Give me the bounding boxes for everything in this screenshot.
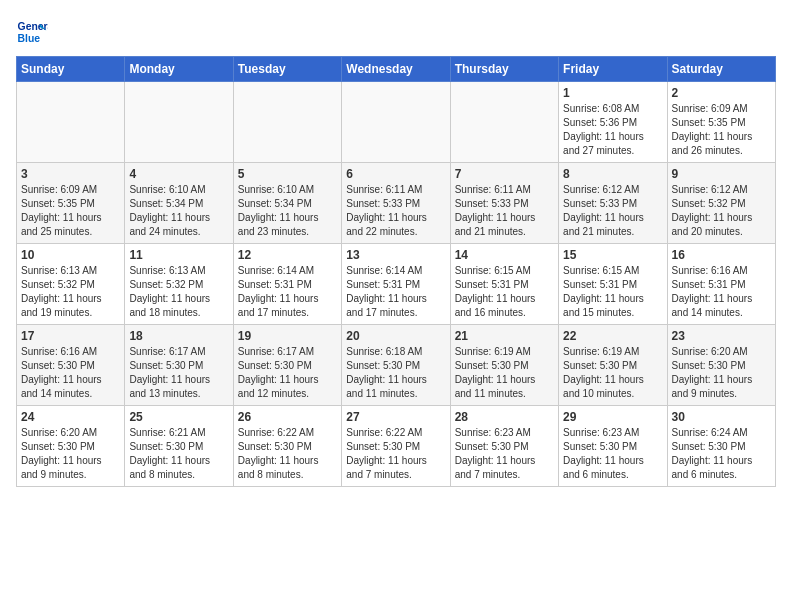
day-info: Sunrise: 6:14 AM Sunset: 5:31 PM Dayligh…	[238, 264, 337, 320]
weekday-header-wednesday: Wednesday	[342, 57, 450, 82]
day-cell: 6Sunrise: 6:11 AM Sunset: 5:33 PM Daylig…	[342, 163, 450, 244]
day-number: 30	[672, 410, 771, 424]
day-info: Sunrise: 6:14 AM Sunset: 5:31 PM Dayligh…	[346, 264, 445, 320]
day-cell	[342, 82, 450, 163]
day-cell: 28Sunrise: 6:23 AM Sunset: 5:30 PM Dayli…	[450, 406, 558, 487]
header: General Blue	[16, 16, 776, 48]
day-cell: 24Sunrise: 6:20 AM Sunset: 5:30 PM Dayli…	[17, 406, 125, 487]
day-number: 12	[238, 248, 337, 262]
day-cell: 13Sunrise: 6:14 AM Sunset: 5:31 PM Dayli…	[342, 244, 450, 325]
day-info: Sunrise: 6:13 AM Sunset: 5:32 PM Dayligh…	[129, 264, 228, 320]
day-cell: 3Sunrise: 6:09 AM Sunset: 5:35 PM Daylig…	[17, 163, 125, 244]
day-info: Sunrise: 6:24 AM Sunset: 5:30 PM Dayligh…	[672, 426, 771, 482]
day-number: 7	[455, 167, 554, 181]
day-info: Sunrise: 6:18 AM Sunset: 5:30 PM Dayligh…	[346, 345, 445, 401]
calendar-table: SundayMondayTuesdayWednesdayThursdayFrid…	[16, 56, 776, 487]
day-cell: 15Sunrise: 6:15 AM Sunset: 5:31 PM Dayli…	[559, 244, 667, 325]
weekday-header-sunday: Sunday	[17, 57, 125, 82]
day-cell: 2Sunrise: 6:09 AM Sunset: 5:35 PM Daylig…	[667, 82, 775, 163]
day-number: 26	[238, 410, 337, 424]
day-cell: 12Sunrise: 6:14 AM Sunset: 5:31 PM Dayli…	[233, 244, 341, 325]
day-cell: 26Sunrise: 6:22 AM Sunset: 5:30 PM Dayli…	[233, 406, 341, 487]
day-info: Sunrise: 6:11 AM Sunset: 5:33 PM Dayligh…	[346, 183, 445, 239]
weekday-header-saturday: Saturday	[667, 57, 775, 82]
day-cell: 19Sunrise: 6:17 AM Sunset: 5:30 PM Dayli…	[233, 325, 341, 406]
day-info: Sunrise: 6:08 AM Sunset: 5:36 PM Dayligh…	[563, 102, 662, 158]
day-number: 19	[238, 329, 337, 343]
day-number: 29	[563, 410, 662, 424]
day-info: Sunrise: 6:17 AM Sunset: 5:30 PM Dayligh…	[238, 345, 337, 401]
day-number: 18	[129, 329, 228, 343]
day-info: Sunrise: 6:19 AM Sunset: 5:30 PM Dayligh…	[455, 345, 554, 401]
day-number: 20	[346, 329, 445, 343]
day-cell: 18Sunrise: 6:17 AM Sunset: 5:30 PM Dayli…	[125, 325, 233, 406]
day-cell	[17, 82, 125, 163]
day-cell: 22Sunrise: 6:19 AM Sunset: 5:30 PM Dayli…	[559, 325, 667, 406]
week-row-2: 3Sunrise: 6:09 AM Sunset: 5:35 PM Daylig…	[17, 163, 776, 244]
day-number: 4	[129, 167, 228, 181]
day-cell: 8Sunrise: 6:12 AM Sunset: 5:33 PM Daylig…	[559, 163, 667, 244]
day-cell: 10Sunrise: 6:13 AM Sunset: 5:32 PM Dayli…	[17, 244, 125, 325]
day-number: 25	[129, 410, 228, 424]
day-cell: 5Sunrise: 6:10 AM Sunset: 5:34 PM Daylig…	[233, 163, 341, 244]
day-number: 1	[563, 86, 662, 100]
day-info: Sunrise: 6:21 AM Sunset: 5:30 PM Dayligh…	[129, 426, 228, 482]
day-cell: 21Sunrise: 6:19 AM Sunset: 5:30 PM Dayli…	[450, 325, 558, 406]
logo-icon: General Blue	[16, 16, 48, 48]
day-info: Sunrise: 6:10 AM Sunset: 5:34 PM Dayligh…	[129, 183, 228, 239]
day-number: 22	[563, 329, 662, 343]
day-cell: 11Sunrise: 6:13 AM Sunset: 5:32 PM Dayli…	[125, 244, 233, 325]
day-info: Sunrise: 6:23 AM Sunset: 5:30 PM Dayligh…	[455, 426, 554, 482]
day-info: Sunrise: 6:19 AM Sunset: 5:30 PM Dayligh…	[563, 345, 662, 401]
day-cell: 16Sunrise: 6:16 AM Sunset: 5:31 PM Dayli…	[667, 244, 775, 325]
day-info: Sunrise: 6:22 AM Sunset: 5:30 PM Dayligh…	[238, 426, 337, 482]
weekday-header-row: SundayMondayTuesdayWednesdayThursdayFrid…	[17, 57, 776, 82]
day-cell	[450, 82, 558, 163]
week-row-1: 1Sunrise: 6:08 AM Sunset: 5:36 PM Daylig…	[17, 82, 776, 163]
week-row-5: 24Sunrise: 6:20 AM Sunset: 5:30 PM Dayli…	[17, 406, 776, 487]
day-cell: 9Sunrise: 6:12 AM Sunset: 5:32 PM Daylig…	[667, 163, 775, 244]
day-info: Sunrise: 6:15 AM Sunset: 5:31 PM Dayligh…	[563, 264, 662, 320]
day-info: Sunrise: 6:12 AM Sunset: 5:32 PM Dayligh…	[672, 183, 771, 239]
day-cell: 23Sunrise: 6:20 AM Sunset: 5:30 PM Dayli…	[667, 325, 775, 406]
day-info: Sunrise: 6:16 AM Sunset: 5:30 PM Dayligh…	[21, 345, 120, 401]
day-cell: 27Sunrise: 6:22 AM Sunset: 5:30 PM Dayli…	[342, 406, 450, 487]
day-info: Sunrise: 6:15 AM Sunset: 5:31 PM Dayligh…	[455, 264, 554, 320]
weekday-header-monday: Monday	[125, 57, 233, 82]
day-cell: 4Sunrise: 6:10 AM Sunset: 5:34 PM Daylig…	[125, 163, 233, 244]
day-number: 14	[455, 248, 554, 262]
day-number: 23	[672, 329, 771, 343]
day-number: 8	[563, 167, 662, 181]
day-number: 2	[672, 86, 771, 100]
day-cell: 20Sunrise: 6:18 AM Sunset: 5:30 PM Dayli…	[342, 325, 450, 406]
day-number: 10	[21, 248, 120, 262]
day-info: Sunrise: 6:22 AM Sunset: 5:30 PM Dayligh…	[346, 426, 445, 482]
day-cell: 14Sunrise: 6:15 AM Sunset: 5:31 PM Dayli…	[450, 244, 558, 325]
day-cell	[233, 82, 341, 163]
day-info: Sunrise: 6:20 AM Sunset: 5:30 PM Dayligh…	[21, 426, 120, 482]
week-row-4: 17Sunrise: 6:16 AM Sunset: 5:30 PM Dayli…	[17, 325, 776, 406]
day-info: Sunrise: 6:20 AM Sunset: 5:30 PM Dayligh…	[672, 345, 771, 401]
day-info: Sunrise: 6:11 AM Sunset: 5:33 PM Dayligh…	[455, 183, 554, 239]
day-info: Sunrise: 6:10 AM Sunset: 5:34 PM Dayligh…	[238, 183, 337, 239]
day-cell: 30Sunrise: 6:24 AM Sunset: 5:30 PM Dayli…	[667, 406, 775, 487]
day-number: 13	[346, 248, 445, 262]
day-number: 9	[672, 167, 771, 181]
day-info: Sunrise: 6:13 AM Sunset: 5:32 PM Dayligh…	[21, 264, 120, 320]
weekday-header-tuesday: Tuesday	[233, 57, 341, 82]
day-number: 16	[672, 248, 771, 262]
day-number: 6	[346, 167, 445, 181]
day-number: 27	[346, 410, 445, 424]
day-info: Sunrise: 6:23 AM Sunset: 5:30 PM Dayligh…	[563, 426, 662, 482]
weekday-header-thursday: Thursday	[450, 57, 558, 82]
day-number: 21	[455, 329, 554, 343]
day-cell	[125, 82, 233, 163]
day-cell: 7Sunrise: 6:11 AM Sunset: 5:33 PM Daylig…	[450, 163, 558, 244]
day-info: Sunrise: 6:16 AM Sunset: 5:31 PM Dayligh…	[672, 264, 771, 320]
day-number: 28	[455, 410, 554, 424]
day-cell: 17Sunrise: 6:16 AM Sunset: 5:30 PM Dayli…	[17, 325, 125, 406]
logo: General Blue	[16, 16, 52, 48]
day-number: 5	[238, 167, 337, 181]
day-number: 11	[129, 248, 228, 262]
day-cell: 1Sunrise: 6:08 AM Sunset: 5:36 PM Daylig…	[559, 82, 667, 163]
